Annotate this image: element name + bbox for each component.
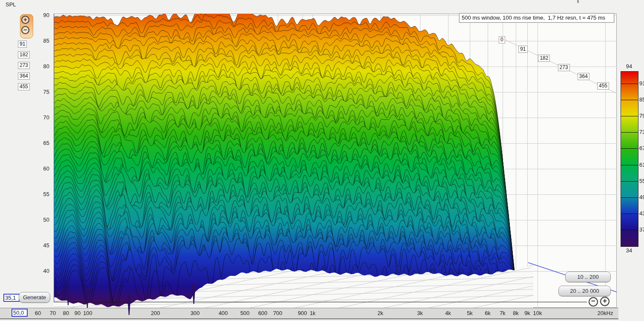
frequency-tick-label: 1k — [299, 310, 326, 316]
arta-waterfall-window: SPL 500 ms window, 100 ms rise time, 1,7… — [0, 0, 644, 321]
colorbar-segment — [621, 100, 638, 116]
spl-tick-label: 50 — [30, 217, 49, 223]
spl-tick-label: 85 — [30, 38, 49, 44]
spl-tick-label: 70 — [30, 114, 49, 121]
colorbar-segment — [621, 182, 638, 198]
frequency-tick-label: 20kHz — [592, 310, 619, 316]
time-slice-label-left: 455 — [18, 83, 30, 90]
colorbar-boundary-label: 85 — [639, 96, 644, 103]
time-slice-label-right: 273 — [558, 64, 570, 71]
frequency-min-field[interactable]: 50,0 — [12, 309, 28, 317]
colorbar-segment — [621, 72, 638, 84]
colorbar — [621, 71, 638, 247]
spl-tick-label: 75 — [30, 89, 49, 95]
colorbar-segment — [621, 84, 638, 100]
freq-zoom-in-icon[interactable]: + — [600, 297, 610, 306]
time-slice-label-right: 0 — [499, 36, 505, 43]
time-slice-label-right: 182 — [538, 55, 550, 62]
spl-tick-label: 65 — [30, 140, 49, 146]
colorbar-boundary-label: 43 — [639, 210, 644, 217]
colorbar-boundary-label: 73 — [639, 129, 644, 135]
spl-tick-label: 80 — [30, 63, 49, 69]
generate-button[interactable]: Generate — [19, 292, 50, 303]
frequency-tick-label: 200 — [142, 310, 169, 316]
frequency-tick-label: 700 — [264, 310, 291, 316]
spl-zoom-out-icon[interactable]: − — [21, 26, 29, 34]
colorbar-boundary-label: 79 — [639, 113, 644, 119]
time-slice-label-left: 364 — [18, 72, 30, 80]
frequency-tick-label: 10k — [524, 310, 551, 316]
colorbar-segment — [621, 133, 638, 149]
spl-zoom-in-icon[interactable]: + — [21, 16, 29, 24]
frequency-tick-label: 300 — [181, 310, 209, 316]
spl-tick-label: 40 — [30, 268, 49, 274]
freq-range-20-20000-button[interactable]: 20 .. 20 000 — [558, 286, 611, 296]
frequency-tick-label: 100 — [74, 310, 101, 316]
freq-zoom-out-icon[interactable]: − — [589, 297, 598, 307]
measurement-info-box: 500 ms window, 100 ms rise time, 1,7 Hz … — [459, 13, 614, 23]
colorbar-segment — [621, 214, 638, 230]
freq-range-10-200-button[interactable]: 10 .. 200 — [565, 272, 611, 282]
colorbar-segment — [621, 165, 638, 182]
colorbar-boundary-label: 91 — [639, 80, 644, 87]
frequency-tick-label: 2k — [367, 310, 394, 316]
colorbar-boundary-label: 49 — [639, 194, 644, 200]
colorbar-min-label: 34 — [621, 247, 638, 254]
colorbar-segment — [621, 149, 638, 165]
colorbar-segment — [621, 230, 638, 246]
waterfall-plot-canvas[interactable] — [0, 0, 644, 321]
time-slice-label-left: 182 — [18, 51, 30, 58]
spl-axis-title: SPL — [6, 1, 16, 8]
colorbar-boundary-label: 37 — [639, 226, 644, 233]
time-slice-label-right: 91 — [518, 46, 527, 53]
spl-tick-label: 55 — [30, 191, 49, 197]
colorbar-segment — [621, 198, 638, 214]
spl-tick-label: 60 — [30, 165, 49, 172]
time-slice-label-left: 273 — [18, 62, 30, 69]
colorbar-boundary-label: 67 — [639, 145, 644, 151]
spl-floor-field[interactable]: 35,1 — [3, 294, 20, 302]
colorbar-boundary-label: 55 — [639, 178, 644, 184]
colorbar-boundary-label: 61 — [639, 162, 644, 168]
colorbar-segment — [621, 116, 638, 133]
spl-tick-label: 45 — [30, 242, 49, 249]
colorbar-max-label: 94 — [621, 63, 638, 69]
time-slice-label-right: 455 — [597, 82, 609, 90]
time-slice-label-right: 364 — [578, 73, 589, 80]
time-slice-label-left: 91 — [18, 40, 27, 48]
cursor-artifact — [577, 0, 579, 3]
frequency-tick-label: 3k — [406, 310, 434, 316]
